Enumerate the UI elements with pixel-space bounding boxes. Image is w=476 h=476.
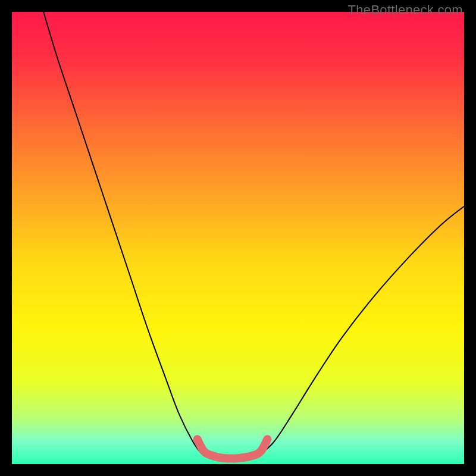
chart-container: TheBottleneck.com [0, 0, 476, 476]
gradient-background [12, 12, 464, 464]
bottleneck-chart [12, 12, 464, 464]
plot-area [12, 12, 464, 464]
watermark-text: TheBottleneck.com [348, 2, 463, 18]
